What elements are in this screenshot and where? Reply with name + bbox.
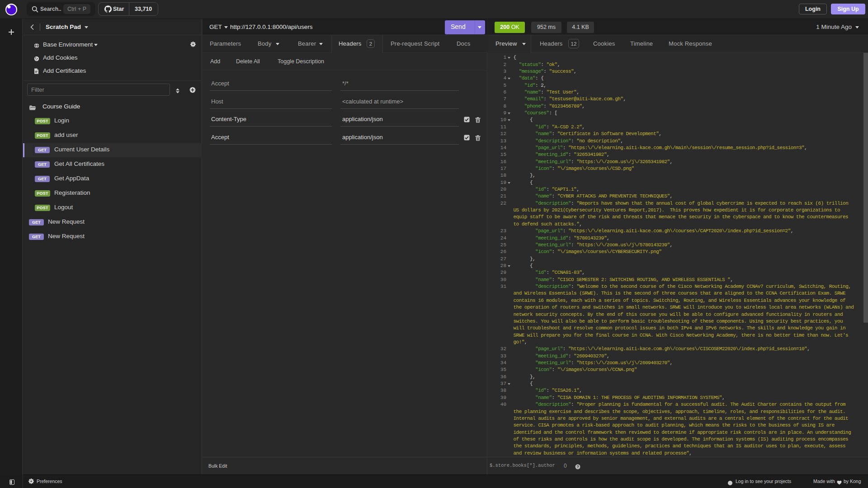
- svg-text:?: ?: [576, 465, 579, 469]
